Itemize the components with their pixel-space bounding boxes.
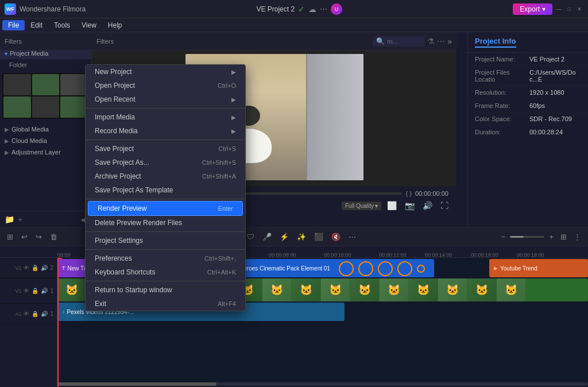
global-media-header[interactable]: ▶ Global Media (0, 123, 91, 135)
shield-button[interactable]: 🛡 (245, 231, 257, 242)
minimize-button[interactable]: — (555, 5, 563, 13)
menu-render-preview[interactable]: Render Preview Enter (88, 201, 243, 216)
menu-save-as-template[interactable]: Save Project As Template (86, 183, 245, 197)
import-media-label: Import Media (95, 113, 231, 121)
lock-icon-v1[interactable]: 🔒 (32, 288, 38, 294)
adjustment-layer-header[interactable]: ▶ Adjustment Layer (0, 146, 91, 158)
effect-circle-3 (378, 261, 393, 276)
maximize-button[interactable]: □ (565, 5, 573, 13)
volume-icon-a1[interactable]: 🔊 (41, 311, 48, 317)
left-panel: Media Stock Media » ▾ Project Media Fold… (0, 32, 92, 227)
title-bar-left: WF Wondershare Filmora (5, 3, 86, 15)
media-thumb-5[interactable] (32, 96, 60, 118)
save-project-label: Save Project (95, 145, 218, 153)
menu-help[interactable]: Help (102, 20, 128, 30)
volume-icon-v2[interactable]: 🔊 (41, 265, 48, 271)
undo-button[interactable]: ↩ (19, 231, 30, 242)
arrow-right-icon2: ▶ (5, 138, 9, 144)
overflow-button[interactable]: ⋯ (346, 231, 358, 242)
timecode: 00:00:00:00 (415, 190, 448, 197)
quality-selector[interactable]: Full Quality ▾ (342, 202, 381, 210)
record-media-label: Record Media (95, 127, 231, 135)
eye-icon-a1[interactable]: 👁 (24, 311, 29, 317)
menu-edit[interactable]: Edit (25, 20, 48, 30)
effect-button[interactable]: ✨ (295, 231, 308, 242)
info-label-framerate: Frame Rate: (475, 102, 529, 109)
menu-preferences[interactable]: Preferences Ctrl+Shift+, (86, 251, 245, 265)
export-button[interactable]: Export ▾ (513, 3, 552, 15)
zoom-slider[interactable] (510, 236, 544, 238)
media-thumb-2[interactable] (32, 74, 60, 95)
open-recent-arrow: ▶ (231, 96, 236, 103)
player-options: Full Quality ▾ ⬜ 📷 🔊 ⛶ (342, 200, 451, 211)
delete-button[interactable]: 🗑 (48, 231, 60, 242)
more-icon[interactable]: ⋯ (437, 37, 445, 46)
info-label-colorspace: Color Space: (475, 115, 529, 122)
close-button[interactable]: ✕ (575, 5, 583, 13)
save-project-as-shortcut: Ctrl+Shift+S (202, 159, 236, 166)
menu-project-settings[interactable]: Project Settings (86, 234, 245, 247)
eye-icon-v2[interactable]: 👁 (24, 265, 29, 271)
menu-tools[interactable]: Tools (48, 20, 76, 30)
menu-import-media[interactable]: Import Media ▶ (86, 110, 245, 124)
crop-button[interactable]: ⬛ (312, 231, 326, 242)
menu-archive-project[interactable]: Archive Project Ctrl+Shift+A (86, 169, 245, 183)
info-value-colorspace: SDR - Rec.709 (529, 115, 581, 122)
screen-mirror-button[interactable]: ⬜ (385, 200, 399, 211)
timeline-tools-right: − + ⊞ ⋮ (499, 231, 583, 242)
media-thumb-4[interactable] (3, 96, 31, 118)
media-grid-preview (2, 73, 89, 119)
menu-record-media[interactable]: Record Media ▶ (86, 124, 245, 138)
volume-icon-v1[interactable]: 🔊 (41, 288, 48, 294)
eye-icon-v1[interactable]: 👁 (24, 288, 29, 294)
clip-youtube[interactable]: ▶ Youtube Trend (489, 259, 588, 277)
cloud-media-header[interactable]: ▶ Cloud Media (0, 135, 91, 146)
cat-emoji-8: 🐱 (300, 284, 312, 296)
folder-plus-icon[interactable]: + (18, 215, 22, 224)
menu-return-startup[interactable]: Return to Startup window (86, 283, 245, 297)
redo-button[interactable]: ↪ (33, 231, 44, 242)
menu-view[interactable]: View (76, 20, 102, 30)
menu-bar: File Edit Tools View Help (0, 18, 588, 32)
layout-button[interactable]: ⊞ (558, 231, 569, 242)
filter-icon[interactable]: ⚗ (427, 37, 435, 46)
menu-delete-preview[interactable]: Delete Preview Render Files (86, 216, 245, 230)
menu-exit[interactable]: Exit Alt+F4 (86, 297, 245, 311)
zoom-out-button[interactable]: − (499, 231, 508, 242)
share-icon: ⋯ (320, 5, 327, 13)
tab-filters[interactable]: Filters (96, 38, 114, 45)
clip-title-icon: T (62, 265, 65, 271)
cat-emoji-13: 🐱 (446, 284, 459, 296)
mute-button[interactable]: 🔇 (329, 231, 343, 242)
cat-thumb-frame-0: 🐱 (57, 278, 86, 301)
timeline-scrollbar[interactable] (57, 382, 588, 386)
media-thumb-6[interactable] (60, 96, 88, 118)
chevron-more[interactable]: » (447, 37, 452, 46)
menu-file[interactable]: File (2, 20, 25, 30)
media-thumb-1[interactable] (3, 74, 31, 95)
settings-button[interactable]: ⋮ (571, 231, 583, 242)
volume-button[interactable]: 🔊 (420, 200, 435, 211)
grid-view-button[interactable]: ⊞ (5, 231, 16, 242)
search-input[interactable] (387, 38, 421, 45)
lock-icon-v2[interactable]: 🔒 (32, 265, 38, 271)
project-media-label: Project Media (10, 50, 48, 57)
menu-open-project[interactable]: Open Project Ctrl+O (86, 79, 245, 92)
add-folder-icon[interactable]: 📁 (5, 215, 14, 224)
menu-open-recent[interactable]: Open Recent ▶ (86, 92, 245, 106)
media-thumb-3[interactable] (60, 74, 88, 95)
snapshot-button[interactable]: 📷 (403, 200, 417, 211)
split-button[interactable]: ⚡ (277, 231, 291, 242)
user-avatar: U (331, 3, 342, 15)
menu-save-project[interactable]: Save Project Ctrl+S (86, 142, 245, 156)
pip-button[interactable]: ⛶ (438, 200, 451, 211)
menu-save-project-as[interactable]: Save Project As... Ctrl+Shift+S (86, 156, 245, 169)
menu-new-project[interactable]: New Project ▶ (86, 65, 245, 79)
menu-keyboard-shortcuts[interactable]: Keyboard Shortcuts Ctrl+Alt+K (86, 265, 245, 279)
clip-youtube-label: Youtube Trend (500, 265, 537, 272)
mic-button[interactable]: 🎤 (260, 231, 274, 242)
project-info-tab[interactable]: Project Info (475, 37, 516, 48)
lock-icon-a1[interactable]: 🔒 (32, 311, 38, 317)
folder-item[interactable]: Folder (0, 59, 91, 71)
zoom-in-button[interactable]: + (547, 231, 556, 242)
